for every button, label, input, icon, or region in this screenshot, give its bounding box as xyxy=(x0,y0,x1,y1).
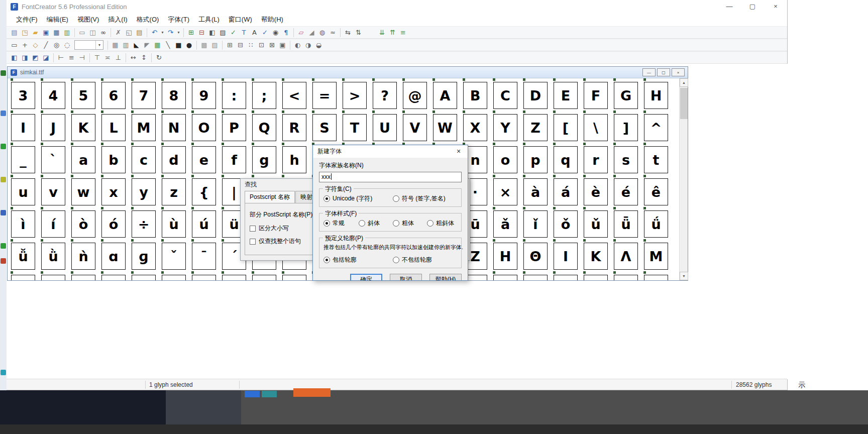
print-preview-icon[interactable]: ◫ xyxy=(87,28,98,38)
radio-bold[interactable]: 粗体 xyxy=(393,219,427,228)
glyph-cell[interactable]: á xyxy=(554,178,578,205)
autonaming-icon[interactable]: A xyxy=(249,28,260,38)
glyph-cell[interactable]: ] xyxy=(614,114,638,141)
whole-phrase-checkbox[interactable] xyxy=(250,239,256,245)
print-icon[interactable]: ▭ xyxy=(77,28,87,38)
validate-font-icon[interactable]: ✓ xyxy=(228,28,239,38)
document-close-button[interactable]: × xyxy=(672,68,685,76)
combo-dropdown-icon[interactable]: ▾ xyxy=(95,41,103,49)
glyph-cell[interactable]: < xyxy=(282,82,306,109)
align-center-icon[interactable]: ≡ xyxy=(66,53,77,63)
scroll-down-button[interactable]: ▼ xyxy=(680,272,688,280)
glyph-cell[interactable]: 7 xyxy=(132,82,156,109)
glyph-cell[interactable]: ǹ xyxy=(71,243,95,270)
glyph-cell[interactable]: ÷ xyxy=(132,210,156,238)
glyph-cell[interactable]: F xyxy=(584,82,608,109)
contour-direction-icon[interactable]: ◣ xyxy=(131,40,142,50)
glyph-cell[interactable]: > xyxy=(343,82,367,109)
glyph-cell[interactable]: X xyxy=(463,114,487,141)
bring-forward-icon[interactable]: ⇈ xyxy=(387,28,398,38)
open-installed-font-icon[interactable]: ◳ xyxy=(20,28,30,38)
help-button[interactable]: 帮助(H) xyxy=(429,274,462,281)
glyph-cell[interactable]: q xyxy=(554,146,578,173)
menu-item-edit[interactable]: 编辑(E) xyxy=(42,15,73,24)
radio-unicode[interactable]: Unicode (字符) xyxy=(323,194,393,203)
glyph-cell[interactable]: 6 xyxy=(101,82,126,109)
align-middle-icon[interactable]: ≍ xyxy=(102,53,113,63)
glyph-cell[interactable]: O xyxy=(192,114,216,141)
font-properties-icon[interactable]: ▨ xyxy=(218,28,228,38)
glyph-cell[interactable]: P xyxy=(222,114,246,141)
menu-item-view[interactable]: 视图(V) xyxy=(73,15,103,24)
glyph-cell[interactable]: b xyxy=(101,146,126,173)
glyph-cell[interactable]: ó xyxy=(101,210,126,238)
glyph-cell[interactable] xyxy=(162,275,186,280)
glyph-cell[interactable]: o xyxy=(493,146,517,173)
glyph-cell[interactable] xyxy=(614,275,638,280)
split-contour-1-icon[interactable]: ◐ xyxy=(292,40,303,50)
menu-item-format[interactable]: 格式(O) xyxy=(132,15,164,24)
copy-icon[interactable]: ◱ xyxy=(124,28,134,38)
glyph-cell[interactable] xyxy=(554,275,578,280)
metrics-grid-4-icon[interactable]: ⊡ xyxy=(256,40,267,50)
test-font-icon[interactable]: T xyxy=(239,28,249,38)
copy-metrics-right-icon[interactable]: ◨ xyxy=(20,53,30,63)
glyph-cell[interactable]: U xyxy=(373,114,397,141)
redo-icon[interactable]: ↷ xyxy=(165,28,176,38)
menu-item-window[interactable]: 窗口(W) xyxy=(224,15,257,24)
glyph-cell[interactable]: ɡ xyxy=(132,243,156,270)
menu-item-tools[interactable]: 工具(L) xyxy=(194,15,224,24)
menu-item-file[interactable]: 文件(F) xyxy=(12,15,42,24)
contour-union-icon[interactable]: ◍ xyxy=(317,28,328,38)
save-font-icon[interactable]: ▣ xyxy=(41,28,51,38)
glyph-cell[interactable]: 4 xyxy=(41,82,65,109)
glyph-cell[interactable]: d xyxy=(162,146,186,173)
glyph-cell[interactable]: u xyxy=(11,178,35,205)
glyph-cell[interactable]: g xyxy=(252,146,276,173)
taskbar-item-teal[interactable] xyxy=(262,391,277,397)
glyph-cell[interactable]: Κ xyxy=(584,243,608,270)
glyph-cell[interactable]: p xyxy=(523,146,548,173)
split-contour-3-icon[interactable]: ◒ xyxy=(313,40,324,50)
zoom-out-tool-icon[interactable]: ◌ xyxy=(62,40,72,50)
glyph-cell[interactable]: R xyxy=(282,114,306,141)
glyph-cell[interactable] xyxy=(132,275,156,280)
glyph-cell[interactable]: ɑ xyxy=(101,243,126,270)
cut-icon[interactable]: ✗ xyxy=(113,28,124,38)
new-font-dialog-title-bar[interactable]: 新建字体 × xyxy=(313,145,468,158)
glyph-cell[interactable]: ǐ xyxy=(523,210,548,238)
minimize-button[interactable]: — xyxy=(718,0,741,13)
snap-to-grid-icon[interactable]: ▩ xyxy=(199,40,209,50)
undo-icon[interactable]: ↶ xyxy=(149,28,160,38)
glyph-cell[interactable]: Y xyxy=(493,114,517,141)
glyph-cell[interactable]: ǜ xyxy=(41,243,65,270)
align-top-icon[interactable]: ⊤ xyxy=(92,53,102,63)
glyph-cell[interactable]: s xyxy=(614,146,638,173)
glyph-cell[interactable]: E xyxy=(554,82,578,109)
glyph-cell[interactable]: = xyxy=(312,82,337,109)
glyph-cell[interactable]: ˉ xyxy=(192,243,216,270)
radio-symbol[interactable]: 符号 (签字,签名) xyxy=(393,194,446,203)
glyph-cell[interactable] xyxy=(523,275,548,280)
glyph-cell[interactable]: a xyxy=(71,146,95,173)
menu-item-font[interactable]: 字体(T) xyxy=(163,15,194,24)
redo-history-dropdown[interactable]: ▾ xyxy=(176,28,181,38)
find-tab-0[interactable]: Postscript 名称 xyxy=(245,191,295,203)
save-all-icon[interactable]: ▦ xyxy=(51,28,62,38)
glyph-cell[interactable]: K xyxy=(71,114,95,141)
eraser-icon[interactable]: ▱ xyxy=(296,28,306,38)
glyph-cell[interactable]: ǒ xyxy=(554,210,578,238)
open-font-file-icon[interactable]: ▰ xyxy=(30,28,41,38)
glyph-cell[interactable]: ǘ xyxy=(644,210,668,238)
radio-regular[interactable]: 常规 xyxy=(323,219,359,228)
show-guidelines-icon[interactable]: ▥ xyxy=(121,40,131,50)
glyph-cell[interactable]: _ xyxy=(11,146,35,173)
glyph-cell[interactable]: ` xyxy=(41,146,65,173)
paste-icon[interactable]: ▤ xyxy=(134,28,145,38)
hand-tool-icon[interactable]: ◇ xyxy=(30,40,41,50)
family-name-input[interactable]: xxx xyxy=(319,172,462,182)
glyph-cell[interactable]: ˇ xyxy=(162,243,186,270)
glyph-cell[interactable]: H xyxy=(644,82,668,109)
flip-horizontal-icon[interactable]: ⇆ xyxy=(343,28,353,38)
maximize-button[interactable]: ▢ xyxy=(741,0,764,13)
